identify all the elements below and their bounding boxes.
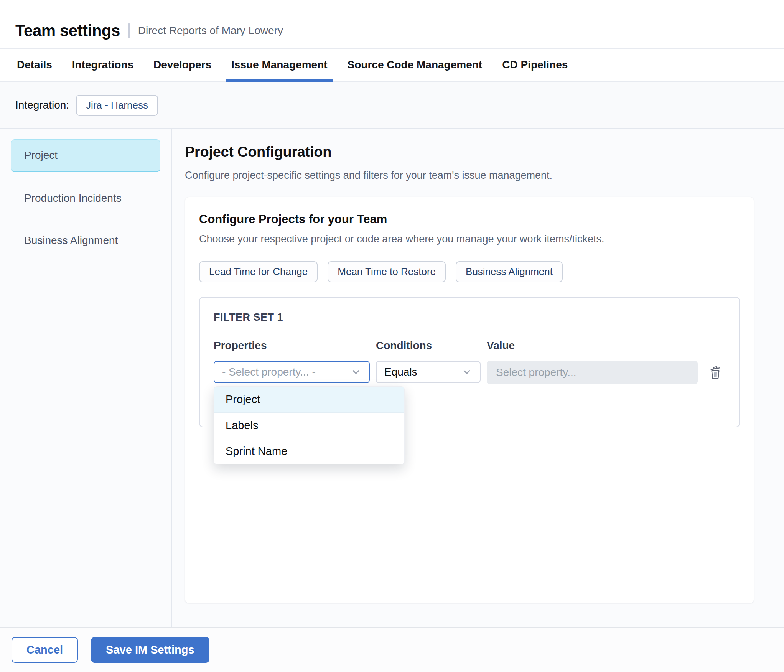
tab-cd-pipelines[interactable]: CD Pipelines <box>502 49 568 81</box>
tab-details[interactable]: Details <box>17 49 52 81</box>
page-title: Team settings <box>15 21 120 40</box>
chevron-down-icon <box>351 367 361 377</box>
integration-row: Integration: Jira - Harness <box>0 82 784 129</box>
filter-set-title: FILTER SET 1 <box>214 311 725 323</box>
cancel-button[interactable]: Cancel <box>12 637 78 663</box>
sidebar-item-project[interactable]: Project <box>11 139 160 172</box>
section-title: Project Configuration <box>185 144 754 160</box>
title-separator <box>128 23 130 38</box>
page-header: Team settings Direct Reports of Mary Low… <box>0 0 784 48</box>
properties-select-placeholder: - Select property... - <box>222 366 316 378</box>
card-title: Configure Projects for your Team <box>199 212 740 226</box>
filter-set-1: FILTER SET 1 Properties Conditions Value… <box>199 297 740 427</box>
properties-dropdown: Project Labels Sprint Name <box>214 386 405 464</box>
properties-select[interactable]: - Select property... - <box>214 361 370 383</box>
chip-business-alignment[interactable]: Business Alignment <box>456 261 563 282</box>
value-input-wrapper <box>487 361 698 384</box>
properties-column-label: Properties <box>214 339 370 352</box>
tab-source-code-management[interactable]: Source Code Management <box>348 49 483 81</box>
integration-chip-jira-harness[interactable]: Jira - Harness <box>76 95 158 116</box>
conditions-select[interactable]: Equals <box>376 361 481 383</box>
chip-lead-time-for-change[interactable]: Lead Time for Change <box>199 261 318 282</box>
properties-select-wrapper: - Select property... - Project Labels Sp… <box>214 361 370 383</box>
team-settings-page: Team settings Direct Reports of Mary Low… <box>0 0 784 672</box>
integration-label: Integration: <box>15 99 69 111</box>
footer-action-bar: Cancel Save IM Settings <box>0 627 784 672</box>
metric-chips: Lead Time for Change Mean Time to Restor… <box>199 261 740 282</box>
settings-tabbar: Details Integrations Developers Issue Ma… <box>0 48 784 82</box>
issue-management-sidebar: Project Production Incidents Business Al… <box>0 129 172 627</box>
main-panel: Project Configuration Configure project-… <box>172 129 784 627</box>
value-input[interactable] <box>487 361 698 384</box>
tab-issue-management[interactable]: Issue Management <box>231 49 328 81</box>
filter-controls-row: - Select property... - Project Labels Sp… <box>214 361 725 384</box>
filter-column-labels: Properties Conditions Value <box>214 339 725 361</box>
conditions-select-value: Equals <box>384 366 417 378</box>
delete-filter-button[interactable] <box>705 362 725 384</box>
chip-mean-time-to-restore[interactable]: Mean Time to Restore <box>328 261 446 282</box>
trash-icon <box>708 364 723 380</box>
dropdown-option-labels[interactable]: Labels <box>214 413 404 438</box>
conditions-select-wrapper: Equals <box>376 361 481 383</box>
section-subtitle: Configure project-specific settings and … <box>185 170 754 181</box>
sidebar-item-business-alignment[interactable]: Business Alignment <box>11 224 160 257</box>
save-im-settings-button[interactable]: Save IM Settings <box>91 637 209 663</box>
tab-developers[interactable]: Developers <box>153 49 211 81</box>
content-body: Project Production Incidents Business Al… <box>0 129 784 627</box>
tab-integrations[interactable]: Integrations <box>72 49 133 81</box>
dropdown-option-project[interactable]: Project <box>214 387 404 413</box>
chevron-down-icon <box>461 367 472 377</box>
value-column-label: Value <box>487 339 698 352</box>
card-subtitle: Choose your respective project or code a… <box>199 233 740 245</box>
sidebar-item-production-incidents[interactable]: Production Incidents <box>11 182 160 214</box>
team-name-subtitle: Direct Reports of Mary Lowery <box>138 25 283 37</box>
conditions-column-label: Conditions <box>376 339 481 352</box>
dropdown-option-sprint-name[interactable]: Sprint Name <box>214 438 404 464</box>
configure-projects-card: Configure Projects for your Team Choose … <box>185 197 754 603</box>
